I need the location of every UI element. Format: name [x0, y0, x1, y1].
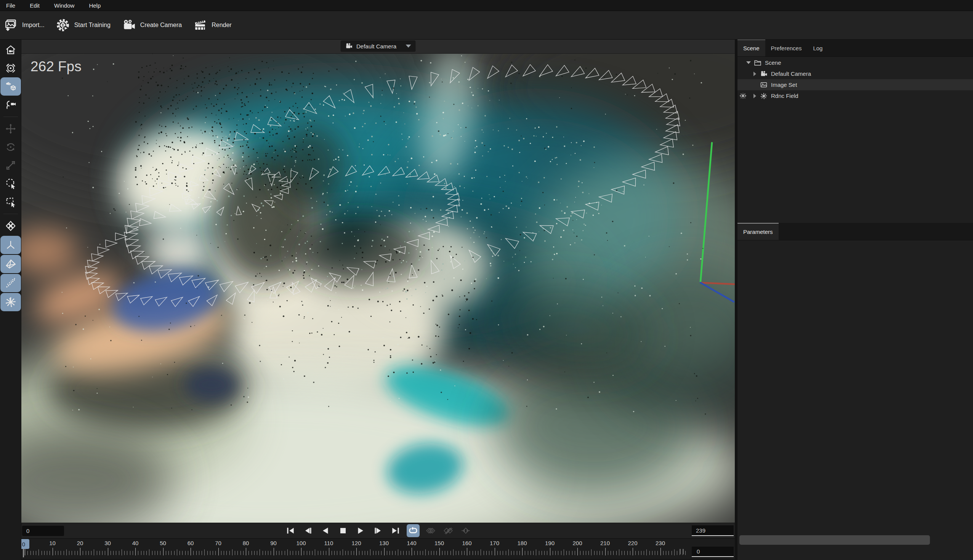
- first-person-view-button[interactable]: [0, 96, 21, 114]
- play-button[interactable]: [354, 524, 367, 537]
- home-icon: [5, 44, 17, 56]
- loop-icon: [408, 526, 418, 536]
- toggle-cameras-button[interactable]: [0, 255, 21, 273]
- toolbar: Import... Start Training Create Camera: [0, 11, 973, 40]
- scene-tree: Scene Default Camera Image Set Rdnc Fiel…: [738, 57, 973, 101]
- toggle-point-cloud-button[interactable]: [0, 274, 21, 292]
- focus-selection-button[interactable]: [0, 59, 21, 77]
- stop-icon: [338, 526, 348, 536]
- current-frame-field[interactable]: 0: [692, 547, 734, 557]
- parameters-tab-strip: Parameters: [738, 223, 973, 240]
- box-select-button[interactable]: [0, 193, 21, 211]
- movie-camera-icon: [760, 70, 768, 78]
- create-camera-label: Create Camera: [140, 22, 182, 28]
- tab-parameters[interactable]: Parameters: [738, 223, 779, 240]
- step-back-button[interactable]: [302, 524, 314, 537]
- skip-start-icon: [285, 526, 295, 536]
- chevron-down-icon: [406, 45, 411, 48]
- tab-preferences[interactable]: Preferences: [765, 39, 808, 57]
- folder-icon: [754, 59, 761, 67]
- skip-end-icon: [391, 526, 401, 536]
- menu-window[interactable]: Window: [54, 2, 74, 9]
- ghost-frames-off-icon: [443, 526, 453, 536]
- fps-counter: 262 Fps: [30, 59, 82, 75]
- import-label: Import...: [22, 22, 45, 28]
- axes-gizmo-icon: [5, 239, 17, 251]
- menu-file[interactable]: File: [6, 2, 15, 9]
- layers-button[interactable]: [0, 217, 21, 235]
- playhead-stem: [23, 548, 24, 557]
- toggle-splats-button[interactable]: [0, 293, 21, 311]
- horizontal-scrollbar[interactable]: [739, 535, 930, 545]
- move-tool-button[interactable]: [0, 120, 21, 138]
- lasso-select-icon: [5, 178, 17, 189]
- start-training-label: Start Training: [74, 22, 110, 28]
- panel-tab-strip: Scene Preferences Log: [738, 39, 973, 57]
- orbit-camera-tool-button[interactable]: [0, 77, 21, 96]
- tree-item-scene[interactable]: Scene: [738, 57, 973, 68]
- viewport-3d[interactable]: 262 Fps: [21, 53, 735, 523]
- head-camera-icon: [5, 99, 17, 110]
- ghost-range-button[interactable]: [459, 524, 472, 537]
- import-icon: [4, 18, 18, 32]
- menu-bar: File Edit Window Help: [0, 0, 973, 11]
- step-back-icon: [303, 526, 313, 536]
- play-reverse-icon: [320, 526, 330, 536]
- orbit-camera-icon: [5, 81, 17, 92]
- play-reverse-button[interactable]: [319, 524, 332, 537]
- expand-arrow-icon[interactable]: [746, 61, 751, 64]
- skip-to-start-button[interactable]: [284, 524, 297, 537]
- tab-log[interactable]: Log: [807, 39, 828, 57]
- collapse-arrow-icon[interactable]: [752, 72, 757, 76]
- menu-help[interactable]: Help: [89, 2, 101, 9]
- sidebar-separator: [3, 117, 18, 117]
- point-cloud-icon: [5, 277, 17, 289]
- render-button[interactable]: Render: [193, 18, 231, 32]
- loop-playback-button[interactable]: [407, 524, 420, 537]
- timeline-ruler[interactable]: 1020304050607080901001101201301401501601…: [21, 539, 735, 559]
- ruler-resize-handle[interactable]: [679, 549, 684, 554]
- frame-start-field[interactable]: 0: [22, 526, 64, 536]
- diamond-layers-icon: [5, 220, 17, 232]
- start-training-button[interactable]: Start Training: [56, 18, 110, 32]
- create-camera-icon: [122, 18, 136, 32]
- left-toolbar: [0, 39, 21, 560]
- render-label: Render: [212, 22, 231, 28]
- create-camera-button[interactable]: Create Camera: [122, 18, 182, 32]
- tree-item-image-set[interactable]: Image Set: [738, 79, 973, 90]
- tree-item-label: Default Camera: [771, 70, 811, 77]
- camera-selector-dropdown[interactable]: Default Camera: [340, 40, 416, 52]
- skip-to-end-button[interactable]: [389, 524, 402, 537]
- ghost-frames-icon: [426, 526, 436, 536]
- rotate-tool-button[interactable]: [0, 138, 21, 156]
- step-forward-button[interactable]: [372, 524, 385, 537]
- visibility-eye-icon[interactable]: [739, 92, 747, 100]
- import-button[interactable]: Import...: [4, 18, 45, 32]
- scale-tool-button[interactable]: [0, 156, 21, 175]
- lasso-select-button[interactable]: [0, 175, 21, 193]
- tree-item-default-camera[interactable]: Default Camera: [738, 68, 973, 79]
- panel-splitter[interactable]: [735, 39, 738, 560]
- rotate-icon: [5, 141, 17, 153]
- tree-item-label: Image Set: [771, 82, 797, 88]
- home-view-button[interactable]: [0, 41, 21, 59]
- scale-icon: [5, 160, 17, 171]
- collapse-arrow-icon[interactable]: [752, 94, 757, 98]
- focus-target-icon: [5, 62, 17, 74]
- render-icon: [193, 18, 207, 32]
- camera-frustum-icon: [5, 258, 17, 270]
- ghost-frames-off-button[interactable]: [442, 524, 455, 537]
- right-panel: Scene Preferences Log Scene Default Came…: [738, 39, 973, 560]
- stop-button[interactable]: [337, 524, 349, 537]
- transport-controls: [284, 524, 472, 537]
- toggle-axes-gizmo-button[interactable]: [0, 236, 21, 254]
- move-icon: [5, 123, 17, 135]
- viewport-canvas[interactable]: [21, 53, 735, 523]
- tree-item-rdnc-field[interactable]: Rdnc Field: [738, 90, 973, 101]
- menu-edit[interactable]: Edit: [30, 2, 40, 9]
- ghost-frames-button[interactable]: [424, 524, 437, 537]
- play-icon: [355, 526, 366, 536]
- tab-scene[interactable]: Scene: [738, 39, 765, 57]
- ghost-range-icon: [461, 526, 471, 536]
- frame-end-field[interactable]: 239: [692, 525, 734, 536]
